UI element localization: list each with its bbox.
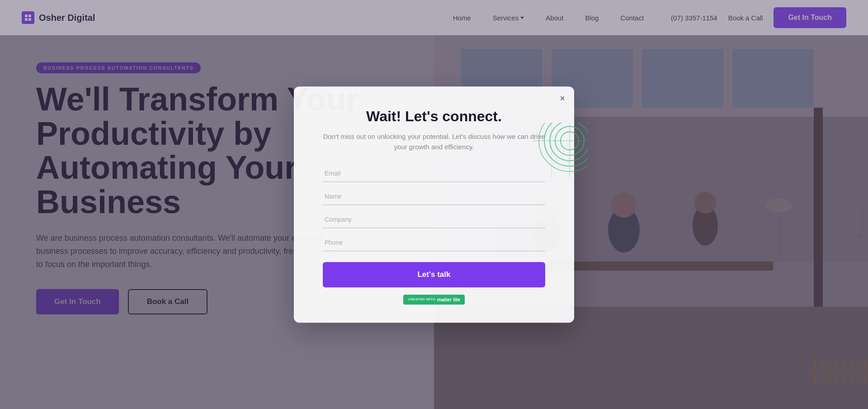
modal-container: × Wait! Let's connect. Don't miss out on…: [294, 86, 574, 323]
company-field[interactable]: [323, 211, 545, 228]
mailerlite-logo: CREATED WITH mailer lite: [403, 295, 465, 304]
modal-subtitle: Don't miss out on unlocking your potenti…: [323, 131, 545, 152]
phone-field[interactable]: [323, 234, 545, 251]
name-field[interactable]: [323, 188, 545, 205]
modal-close-button[interactable]: ×: [560, 94, 565, 103]
mailerlite-badge: CREATED WITH mailer lite: [323, 295, 545, 304]
popup-modal: × Wait! Let's connect. Don't miss out on…: [294, 86, 574, 323]
email-field[interactable]: [323, 165, 545, 182]
modal-form: Let's talk: [323, 165, 545, 287]
modal-title: Wait! Let's connect.: [323, 108, 545, 125]
modal-submit-button[interactable]: Let's talk: [323, 262, 545, 287]
